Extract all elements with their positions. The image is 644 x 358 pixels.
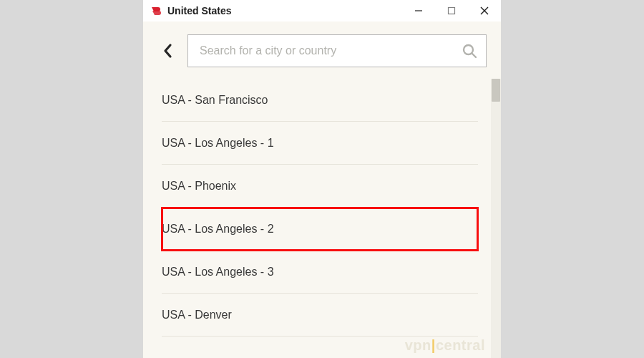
search-row: [143, 21, 501, 79]
location-item[interactable]: USA - Los Angeles - 2: [162, 208, 478, 251]
location-label: USA - Denver: [162, 309, 232, 321]
svg-line-5: [472, 54, 477, 58]
app-window: United States: [143, 0, 501, 358]
location-label: USA - San Francisco: [162, 94, 268, 107]
titlebar: United States: [143, 0, 501, 21]
close-button[interactable]: [468, 0, 501, 21]
location-list: USA - San FranciscoUSA - Los Angeles - 1…: [143, 79, 491, 358]
location-label: USA - Los Angeles - 3: [162, 266, 274, 279]
location-item[interactable]: USA - Los Angeles - 1: [162, 122, 478, 165]
scrollbar-track[interactable]: [491, 79, 501, 358]
window-controls: [402, 0, 501, 21]
chevron-left-icon: [162, 43, 172, 59]
location-label: USA - Los Angeles - 2: [162, 223, 274, 236]
scrollbar-thumb[interactable]: [492, 79, 500, 102]
location-label: USA - Phoenix: [162, 180, 236, 193]
search-input[interactable]: [200, 44, 462, 57]
app-logo-icon: [150, 5, 162, 16]
minimize-button[interactable]: [402, 0, 435, 21]
search-icon: [462, 43, 477, 59]
window-title: United States: [167, 5, 231, 16]
search-box[interactable]: [187, 34, 487, 67]
back-button[interactable]: [157, 41, 177, 61]
location-item[interactable]: USA - Denver: [162, 294, 478, 337]
location-item[interactable]: USA - Phoenix: [162, 165, 478, 208]
location-item[interactable]: USA - San Francisco: [162, 79, 478, 122]
content-area: USA - San FranciscoUSA - Los Angeles - 1…: [143, 21, 501, 358]
svg-rect-1: [449, 8, 455, 14]
location-list-wrap: USA - San FranciscoUSA - Los Angeles - 1…: [143, 79, 501, 358]
location-label: USA - Los Angeles - 1: [162, 137, 274, 150]
location-item[interactable]: USA - Los Angeles - 3: [162, 251, 478, 294]
maximize-button[interactable]: [435, 0, 468, 21]
